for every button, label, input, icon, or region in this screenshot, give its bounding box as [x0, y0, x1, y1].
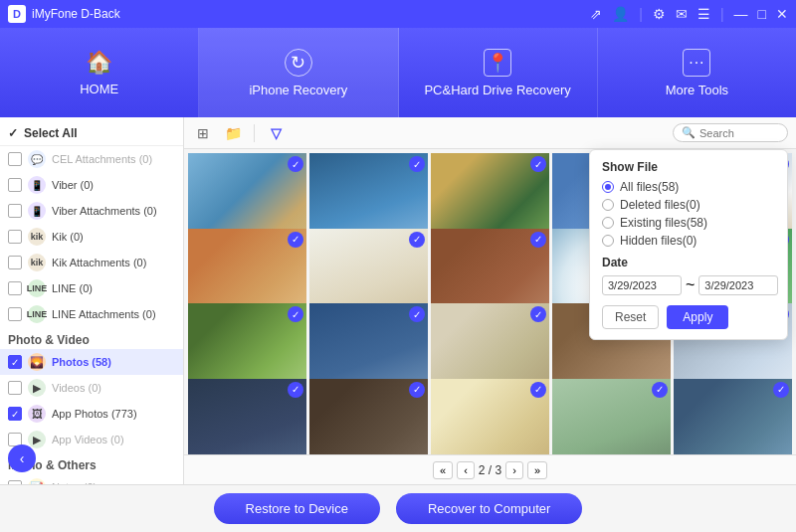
home-icon: 🏠: [86, 50, 112, 76]
filter-hidden-radio[interactable]: [602, 235, 614, 247]
sidebar-item-line-att[interactable]: LINE LINE Attachments (0): [0, 301, 183, 327]
search-input[interactable]: [699, 127, 779, 139]
kik-checkbox[interactable]: [8, 230, 22, 244]
photo-check-badge: ✓: [288, 382, 303, 398]
divider2: |: [720, 6, 724, 22]
kik-icon: kik: [28, 228, 46, 246]
nav-home[interactable]: 🏠 HOME: [0, 28, 199, 117]
viber-att-checkbox[interactable]: [8, 204, 22, 218]
photo-area: ⊞ 📁 ▽ 🔍 ✓✓✓ARKIVO✓✓✓✓✓✓✓✓✓✓✓✓✓✓✓✓✓ « ‹ 2…: [184, 117, 796, 484]
title-bar: D iMyFone D-Back ⇗ 👤 | ⚙ ✉ ☰ | — □ ✕: [0, 0, 796, 28]
toolbar-divider: [254, 124, 255, 142]
close-button[interactable]: ✕: [776, 6, 788, 22]
current-page: 2 / 3: [479, 463, 501, 477]
nav-more-tools[interactable]: ··· More Tools: [598, 28, 796, 117]
date-label: Date: [602, 256, 775, 269]
minimize-button[interactable]: —: [734, 6, 748, 22]
pagination: « ‹ 2 / 3 › »: [184, 454, 796, 484]
prev-page-button[interactable]: ‹: [457, 461, 475, 479]
apply-button[interactable]: Apply: [667, 305, 728, 329]
nav-pc-recovery[interactable]: 📍 PC&Hard Drive Recovery: [399, 28, 598, 117]
search-icon: 🔍: [682, 126, 696, 139]
cel-icon: 💬: [28, 150, 46, 168]
back-button[interactable]: ‹: [8, 444, 36, 472]
filter-dropdown: Show File All files(58) Deleted files(0)…: [589, 149, 788, 340]
app-logo: D: [8, 5, 26, 23]
reset-button[interactable]: Reset: [602, 305, 659, 329]
filter-all-label: All files(58): [620, 180, 679, 194]
date-from-input[interactable]: [602, 275, 682, 295]
last-page-button[interactable]: »: [527, 461, 547, 479]
iphone-recovery-icon: ↻: [285, 49, 312, 77]
grid-view-icon[interactable]: ⊞: [192, 122, 214, 144]
divider: |: [639, 6, 643, 22]
date-to-input[interactable]: [698, 275, 778, 295]
photo-check-badge: ✓: [530, 382, 546, 398]
recover-to-computer-button[interactable]: Recover to Computer: [396, 493, 583, 524]
sidebar-item-viber-att[interactable]: 📱 Viber Attachments (0): [0, 198, 183, 224]
viber-att-icon: 📱: [28, 202, 46, 220]
app-photos-checkbox[interactable]: ✓: [8, 407, 22, 421]
photo-check-badge: ✓: [409, 306, 425, 322]
filter-icon[interactable]: ▽: [265, 122, 287, 144]
user-icon[interactable]: 👤: [612, 6, 629, 22]
photo-thumb[interactable]: ✓: [674, 379, 792, 455]
photo-thumb[interactable]: ✓: [188, 379, 306, 455]
select-all-checkbox[interactable]: ✓: [8, 126, 18, 140]
sidebar-item-line[interactable]: LINE LINE (0): [0, 275, 183, 301]
pc-recovery-icon: 📍: [484, 49, 511, 77]
date-separator: ~: [686, 276, 695, 294]
mail-icon[interactable]: ✉: [676, 6, 688, 22]
filter-all[interactable]: All files(58): [602, 180, 775, 194]
filter-deleted[interactable]: Deleted files(0): [602, 198, 775, 212]
select-all-row[interactable]: ✓ Select All: [0, 121, 183, 146]
bottom-bar: ‹ Restore to Device Recover to Computer: [0, 484, 796, 532]
photos-icon: 🌄: [28, 353, 46, 371]
filter-deleted-radio[interactable]: [602, 199, 614, 211]
sidebar-item-cel[interactable]: 💬 CEL Attachments (0): [0, 146, 183, 172]
photo-check-badge: ✓: [530, 156, 546, 172]
sidebar-item-app-photos[interactable]: ✓ 🖼 App Photos (773): [0, 401, 183, 427]
photo-check-badge: ✓: [409, 382, 425, 398]
photos-label: Photos (58): [52, 356, 111, 368]
restore-to-device-button[interactable]: Restore to Device: [214, 493, 380, 524]
photos-checkbox[interactable]: ✓: [8, 355, 22, 369]
nav-iphone-recovery[interactable]: ↻ iPhone Recovery: [199, 28, 398, 117]
sidebar-item-kik[interactable]: kik Kik (0): [0, 224, 183, 250]
menu-icon[interactable]: ☰: [697, 6, 710, 22]
photo-check-badge: ✓: [652, 382, 668, 398]
first-page-button[interactable]: «: [433, 461, 453, 479]
filter-existing-radio[interactable]: [602, 217, 614, 229]
line-att-checkbox[interactable]: [8, 307, 22, 321]
maximize-button[interactable]: □: [758, 6, 766, 22]
videos-checkbox[interactable]: [8, 381, 22, 395]
sidebar-item-kik-att[interactable]: kik Kik Attachments (0): [0, 250, 183, 275]
select-all-label: Select All: [24, 126, 78, 140]
filter-all-radio[interactable]: [602, 181, 614, 193]
kik-att-checkbox[interactable]: [8, 256, 22, 269]
share-icon[interactable]: ⇗: [590, 6, 602, 22]
cel-checkbox[interactable]: [8, 152, 22, 166]
videos-icon: ▶: [28, 379, 46, 397]
photo-thumb[interactable]: ✓: [431, 379, 549, 455]
settings-icon[interactable]: ⚙: [653, 6, 666, 22]
filter-hidden[interactable]: Hidden files(0): [602, 234, 775, 248]
viber-label: Viber (0): [52, 179, 94, 191]
photo-thumb[interactable]: ✓: [552, 379, 671, 455]
kik-att-label: Kik Attachments (0): [52, 257, 146, 268]
viber-att-label: Viber Attachments (0): [52, 205, 157, 217]
line-checkbox[interactable]: [8, 281, 22, 295]
photo-thumb[interactable]: ✓: [309, 379, 428, 455]
cel-label: CEL Attachments (0): [52, 153, 152, 165]
filter-existing[interactable]: Existing files(58): [602, 216, 775, 230]
nav-home-label: HOME: [80, 82, 118, 96]
sidebar-item-videos[interactable]: ▶ Videos (0): [0, 375, 183, 401]
photo-check-badge: ✓: [288, 156, 303, 172]
photo-check-badge: ✓: [773, 382, 789, 398]
next-page-button[interactable]: ›: [505, 461, 523, 479]
folder-icon[interactable]: 📁: [222, 122, 244, 144]
sidebar-item-viber[interactable]: 📱 Viber (0): [0, 172, 183, 198]
sidebar-item-photos[interactable]: ✓ 🌄 Photos (58): [0, 349, 183, 375]
sidebar-item-notes[interactable]: 📝 Notes (0): [0, 474, 183, 484]
viber-checkbox[interactable]: [8, 178, 22, 192]
